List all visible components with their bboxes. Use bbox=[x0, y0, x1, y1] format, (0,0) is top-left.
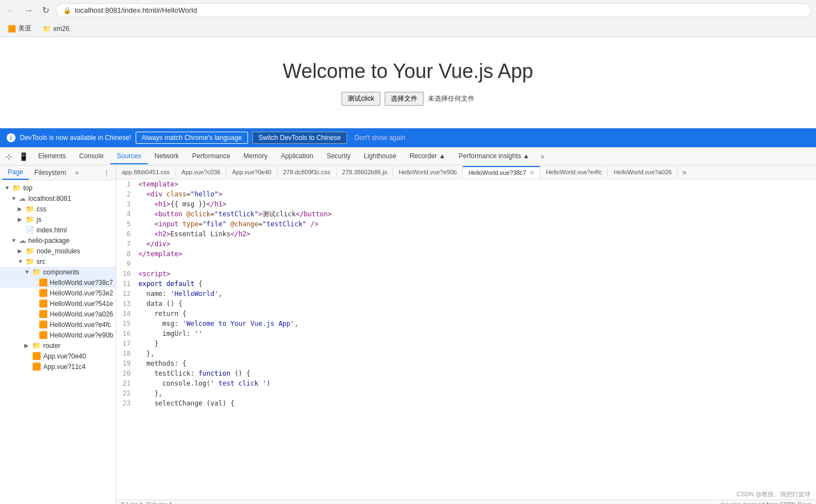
tree-menu-button[interactable]: ⋮ bbox=[100, 168, 113, 178]
devtools-notification: i DevTools is now available in Chinese! … bbox=[0, 128, 816, 147]
editor-tab-helloworld-e90b[interactable]: HelloWorld.vue?e90b bbox=[393, 167, 463, 178]
file-icon-541e: 🟧 bbox=[39, 299, 48, 308]
tab-security[interactable]: Security bbox=[320, 149, 357, 164]
reload-button[interactable]: ↻ bbox=[40, 4, 51, 17]
code-line-23: 23 selectChange (val) { bbox=[116, 398, 816, 408]
code-line-18: 18 }, bbox=[116, 349, 816, 358]
tab-console[interactable]: Console bbox=[73, 149, 110, 164]
filesystem-tab[interactable]: Filesystem bbox=[29, 166, 71, 179]
tree-node-modules[interactable]: ▶ 📁 node_modules bbox=[0, 246, 116, 256]
tree-app-0e40[interactable]: 🟧 App.vue?0e40 bbox=[0, 351, 116, 361]
forward-button[interactable]: → bbox=[22, 4, 35, 17]
back-button[interactable]: ← bbox=[4, 4, 18, 17]
code-line-16: 16 imgUrl: '' bbox=[116, 329, 816, 339]
tree-css[interactable]: ▶ 📁 css bbox=[0, 204, 116, 214]
browser-chrome: ← → ↻ 🔒 localhost:8081/index.html#/Hello… bbox=[0, 0, 816, 37]
tab-performance-insights[interactable]: Performance insights ▲ bbox=[452, 149, 536, 164]
domain-icon-hello: ☁ bbox=[19, 236, 26, 245]
editor-tab-app-c036[interactable]: App.vue?c036 bbox=[176, 167, 226, 178]
devtools-select-icon[interactable]: ⊹ bbox=[2, 150, 16, 163]
tab-lighthouse[interactable]: Lighthouse bbox=[357, 149, 403, 164]
file-icon-a026: 🟧 bbox=[39, 310, 48, 318]
tab-performance[interactable]: Performance bbox=[185, 149, 237, 164]
file-icon-e90b: 🟧 bbox=[39, 331, 48, 339]
folder-icon-top: 📁 bbox=[12, 184, 21, 192]
editor-tab-helloworld-38c7[interactable]: HelloWorld.vue?38c7 ✕ bbox=[463, 166, 540, 179]
arrow-hello-pkg: ▼ bbox=[11, 237, 18, 243]
code-editor-area: app.6fbb0451.css App.vue?c036 App.vue?0e… bbox=[116, 165, 816, 504]
sources-layout: Page Filesystem » ⋮ ▼ 📁 top ▼ ☁ localhos… bbox=[0, 165, 816, 504]
bookmark-yaya[interactable]: 🟧 美亚 bbox=[4, 23, 35, 34]
tree-helloworld-53e2[interactable]: 🟧 HelloWorld.vue?53e2 bbox=[0, 288, 116, 298]
tree-components[interactable]: ▼ 📁 components bbox=[0, 267, 116, 277]
match-language-button[interactable]: Always match Chrome's language bbox=[136, 132, 248, 144]
devtools-tab-bar: ⊹ 📱 Elements Console Sources Network Per… bbox=[0, 148, 816, 165]
tree-router[interactable]: ▶ 📁 router bbox=[0, 340, 116, 351]
more-editor-tabs[interactable]: » bbox=[678, 165, 691, 179]
devtools-panel: ⊹ 📱 Elements Console Sources Network Per… bbox=[0, 147, 816, 504]
code-line-3: 3 <h1>{{ msg }}</h1> bbox=[116, 199, 816, 209]
tree-app-11c4[interactable]: 🟧 App.vue?11c4 bbox=[0, 361, 116, 372]
code-line-5: 5 <input type="file" @change="testClick"… bbox=[116, 219, 816, 229]
address-bar[interactable]: 🔒 localhost:8081/index.html#/HelloWorld bbox=[56, 3, 812, 17]
page-tab[interactable]: Page bbox=[2, 165, 29, 180]
arrow-css: ▶ bbox=[18, 206, 24, 212]
tree-hello-package[interactable]: ▼ ☁ hello-package bbox=[0, 235, 116, 246]
tree-helloworld-541e[interactable]: 🟧 HelloWorld.vue?541e bbox=[0, 298, 116, 309]
file-input-label[interactable]: 选择文件 bbox=[385, 92, 424, 106]
bookmark-icon-yaya: 🟧 bbox=[8, 25, 16, 33]
arrow-node-modules: ▶ bbox=[18, 248, 24, 254]
switch-chinese-button[interactable]: Switch DevTools to Chinese bbox=[252, 132, 347, 144]
page-title: Welcome to Your Vue.js App bbox=[283, 60, 533, 83]
code-line-2: 2 <div class="hello"> bbox=[116, 189, 816, 199]
file-tree-tabs: Page Filesystem » ⋮ bbox=[0, 165, 116, 180]
more-tree-tabs[interactable]: » bbox=[71, 167, 82, 179]
tree-top[interactable]: ▼ 📁 top bbox=[0, 183, 116, 193]
code-line-13: 13 data () { bbox=[116, 299, 816, 309]
editor-tab-278-css[interactable]: 278.dc809f3c.css bbox=[277, 167, 337, 178]
code-line-6: 6 <h2>Essential Links</h2> bbox=[116, 229, 816, 239]
editor-tab-app-css[interactable]: app.6fbb0451.css bbox=[116, 167, 176, 178]
editor-status-bar: {} Line 1, Column 1 (source mapped from … bbox=[116, 500, 816, 504]
arrow-router: ▶ bbox=[24, 342, 31, 349]
file-icon-e4fc: 🟧 bbox=[39, 320, 48, 329]
tab-network[interactable]: Network bbox=[148, 149, 185, 164]
file-icon-app-0e40: 🟧 bbox=[32, 352, 41, 360]
close-tab-38c7[interactable]: ✕ bbox=[529, 169, 534, 176]
code-line-19: 19 methods: { bbox=[116, 358, 816, 368]
file-icon-index: 📄 bbox=[25, 226, 34, 234]
tab-memory[interactable]: Memory bbox=[237, 149, 274, 164]
code-line-10: 10 <script> bbox=[116, 269, 816, 279]
file-icon-38c7: 🟧 bbox=[39, 278, 48, 287]
editor-tab-app-0e40[interactable]: App.vue?0e40 bbox=[226, 167, 277, 178]
editor-tab-278-js[interactable]: 278.38602b86.js bbox=[337, 167, 393, 178]
bookmark-xm26[interactable]: 📁 xm26 bbox=[39, 24, 73, 34]
tab-elements[interactable]: Elements bbox=[32, 149, 73, 164]
code-line-12: 12 name: 'HelloWorld', bbox=[116, 289, 816, 299]
tree-src[interactable]: ▼ 📁 src bbox=[0, 256, 116, 267]
tree-helloworld-e90b[interactable]: 🟧 HelloWorld.vue?e90b bbox=[0, 330, 116, 340]
arrow-localhost: ▼ bbox=[11, 195, 18, 201]
test-click-button[interactable]: 测试click bbox=[342, 92, 380, 106]
tab-recorder[interactable]: Recorder ▲ bbox=[403, 149, 452, 164]
editor-tab-helloworld-a026[interactable]: HelloWorld.vue?a026 bbox=[608, 167, 678, 178]
tab-sources[interactable]: Sources bbox=[110, 149, 148, 164]
tree-localhost[interactable]: ▼ ☁ localhost:8081 bbox=[0, 193, 116, 204]
status-position: {} Line 1, Column 1 bbox=[121, 501, 173, 504]
devtools-device-icon[interactable]: 📱 bbox=[16, 150, 32, 163]
editor-tab-helloworld-e4fc[interactable]: HelloWorld.vue?e4fc bbox=[540, 167, 608, 178]
code-line-21: 21 console.log(' test click ') bbox=[116, 378, 816, 388]
code-line-15: 15 msg: 'Welcome to Your Vue.js App', bbox=[116, 319, 816, 329]
folder-icon-router: 📁 bbox=[32, 341, 41, 350]
tree-index-html[interactable]: 📄 index.html bbox=[0, 225, 116, 235]
tab-application[interactable]: Application bbox=[274, 149, 320, 164]
tree-helloworld-e4fc[interactable]: 🟧 HelloWorld.vue?e4fc bbox=[0, 319, 116, 330]
tree-js[interactable]: ▶ 📁 js bbox=[0, 214, 116, 225]
tree-helloworld-a026[interactable]: 🟧 HelloWorld.vue?a026 bbox=[0, 309, 116, 319]
dismiss-button[interactable]: Don't show again bbox=[352, 132, 409, 143]
no-file-text: 未选择任何文件 bbox=[428, 94, 474, 103]
more-tabs-button[interactable]: » bbox=[536, 150, 549, 163]
tree-helloworld-38c7[interactable]: 🟧 HelloWorld.vue?38c7 bbox=[0, 277, 116, 288]
code-editor[interactable]: 1 <template> 2 <div class="hello"> 3 <h1… bbox=[116, 179, 816, 500]
info-icon: i bbox=[7, 133, 16, 142]
